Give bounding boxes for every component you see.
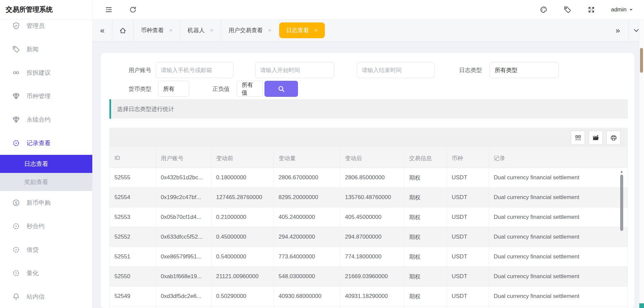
- notice-bar: 选择日志类型进行统计: [109, 99, 628, 119]
- table-row: 525540x199c2c47bf...127465.287600008295.…: [110, 188, 628, 207]
- cell: 52555: [110, 168, 156, 188]
- sidebar-item-label: 投拆建议: [27, 69, 51, 77]
- log-type-select[interactable]: 所有类型: [490, 62, 559, 78]
- cell: 0x432b51d2bc...: [156, 168, 211, 188]
- svg-text:$: $: [15, 200, 17, 205]
- tab-label: 币种查看: [141, 26, 164, 34]
- sidebar-item-5[interactable]: 记录查看: [0, 131, 92, 155]
- cell: 0.54000000: [211, 247, 274, 267]
- cell: 405.45000000: [340, 207, 404, 227]
- cell: 135760.48760000: [340, 188, 404, 207]
- cell: USDT: [447, 227, 489, 247]
- cell: 52549: [110, 287, 156, 306]
- cell: 773.64000000: [274, 247, 340, 267]
- cell: 127465.28760000: [211, 188, 274, 207]
- search-button[interactable]: [264, 81, 298, 97]
- cell: [274, 306, 340, 308]
- collapse-sidebar-icon[interactable]: [105, 6, 113, 14]
- log-type-label: 日志类型: [459, 66, 482, 74]
- cell: [489, 306, 628, 308]
- fullscreen-icon[interactable]: [587, 6, 595, 14]
- scroll-tabs-right-button[interactable]: »: [607, 19, 628, 41]
- end-time-input[interactable]: 请输入结束时间: [357, 62, 435, 78]
- cell: 期权: [404, 168, 447, 188]
- tab-1[interactable]: 机器人×: [180, 19, 221, 41]
- cell: 期权: [404, 207, 447, 227]
- infinity-icon: [12, 69, 20, 77]
- table-scrollbar[interactable]: ▲: [620, 170, 624, 308]
- column-header-4: 变动后: [340, 149, 404, 168]
- tab-3[interactable]: 日志查看×: [279, 22, 325, 38]
- sidebar-item-10[interactable]: 站内信: [0, 285, 92, 308]
- theme-palette-icon[interactable]: [540, 6, 548, 14]
- page-scrollbar[interactable]: [639, 19, 644, 308]
- column-header-1: 用户账号: [156, 149, 211, 168]
- sidebar-item-1[interactable]: 新闻: [0, 38, 92, 61]
- table-row-partial: [110, 306, 628, 308]
- cell: 2806.85000000: [340, 168, 404, 188]
- log-table: ID用户账号变动前变动量变动后交易信息币种记录 525550x432b51d2b…: [109, 148, 628, 308]
- cell: Dual currency financial settlement: [489, 267, 628, 287]
- cell: 期权: [404, 227, 447, 247]
- currency-type-select[interactable]: 所有: [158, 81, 189, 97]
- column-header-5: 交易信息: [404, 149, 447, 168]
- sidebar-item-2[interactable]: 投拆建议: [0, 61, 92, 84]
- start-time-input[interactable]: 请输入开始时间: [255, 62, 334, 78]
- aim-icon: [12, 246, 20, 254]
- sidebar-item-label: 借贷: [27, 246, 39, 254]
- tab-label: 用户交易查看: [229, 26, 263, 34]
- gem-icon: [12, 92, 20, 100]
- sidebar-item-label: 永续合约: [27, 116, 51, 124]
- cell: 774.18000000: [340, 247, 404, 267]
- sidebar-item-label: 记录查看: [27, 139, 51, 147]
- tab-close-icon[interactable]: ×: [169, 27, 172, 33]
- content-area: 用户账号 请输入手机号或邮箱 请输入开始时间 请输入结束时间 日志类型 所有类型…: [93, 41, 644, 308]
- cell: [340, 306, 404, 308]
- scrollbar-corner: [639, 303, 644, 308]
- sidebar-item-3[interactable]: 币种管理: [0, 84, 92, 108]
- cell: 0x633dfcc5f52...: [156, 227, 211, 247]
- tabstrip-spacer: [325, 19, 607, 41]
- home-icon: [119, 26, 127, 35]
- sidebar-item-7[interactable]: 秒合约: [0, 214, 92, 238]
- aim-icon: [12, 269, 20, 277]
- shield-check-icon: [12, 22, 20, 30]
- scroll-up-icon[interactable]: ▲: [620, 170, 623, 174]
- home-tab-button[interactable]: [112, 19, 134, 41]
- page-scrollbar-thumb[interactable]: [640, 48, 643, 73]
- sidebar-item-9[interactable]: 量化: [0, 261, 92, 285]
- submenu-item-1[interactable]: 奖励查看: [0, 173, 92, 191]
- printer-button[interactable]: [606, 131, 621, 145]
- columns-grid-button[interactable]: [571, 131, 585, 145]
- export-button[interactable]: [589, 131, 603, 145]
- cell: 294.42000000: [274, 227, 340, 247]
- sidebar: 交易所管理系统 管理员新闻投拆建议币种管理永续合约记录查看日志查看奖励查看$新币…: [0, 0, 93, 308]
- tab-close-icon[interactable]: ×: [210, 27, 213, 33]
- user-menu[interactable]: admin: [611, 6, 633, 13]
- tab-0[interactable]: 币种查看×: [134, 19, 180, 41]
- tab-2[interactable]: 用户交易查看×: [221, 19, 279, 41]
- sign-select[interactable]: 所有值: [237, 81, 263, 97]
- submenu-item-0[interactable]: 日志查看: [0, 155, 92, 173]
- tab-close-icon[interactable]: ×: [314, 27, 318, 33]
- cell: [447, 306, 489, 308]
- table-section: ID用户账号变动前变动量变动后交易信息币种记录 525550x432b51d2b…: [109, 128, 628, 308]
- table-scrollbar-thumb[interactable]: [620, 175, 623, 231]
- account-input[interactable]: 请输入手机号或邮箱: [156, 62, 234, 78]
- table-row: 525530x05b70cf1d4...0.21000000405.240000…: [110, 207, 628, 227]
- cell: [156, 306, 211, 308]
- bell-icon: [12, 293, 20, 301]
- refresh-icon[interactable]: [129, 6, 137, 14]
- tab-close-icon[interactable]: ×: [268, 27, 271, 33]
- sidebar-submenu: 日志查看奖励查看: [0, 155, 92, 191]
- sidebar-item-4[interactable]: 永续合约: [0, 108, 92, 131]
- sidebar-item-8[interactable]: 借贷: [0, 238, 92, 261]
- scroll-tabs-left-button[interactable]: «: [93, 19, 112, 41]
- tag-icon[interactable]: [563, 6, 572, 14]
- sidebar-item-6[interactable]: $新币申购: [0, 191, 92, 214]
- cell: Dual currency financial settlement: [489, 168, 628, 188]
- cell: Dual currency financial settlement: [489, 227, 628, 247]
- cell: 0xd3df5dc2e6...: [156, 287, 211, 306]
- table-body: 525550x432b51d2bc...0.180000002806.67000…: [110, 168, 628, 308]
- sidebar-item-0[interactable]: 管理员: [0, 14, 92, 38]
